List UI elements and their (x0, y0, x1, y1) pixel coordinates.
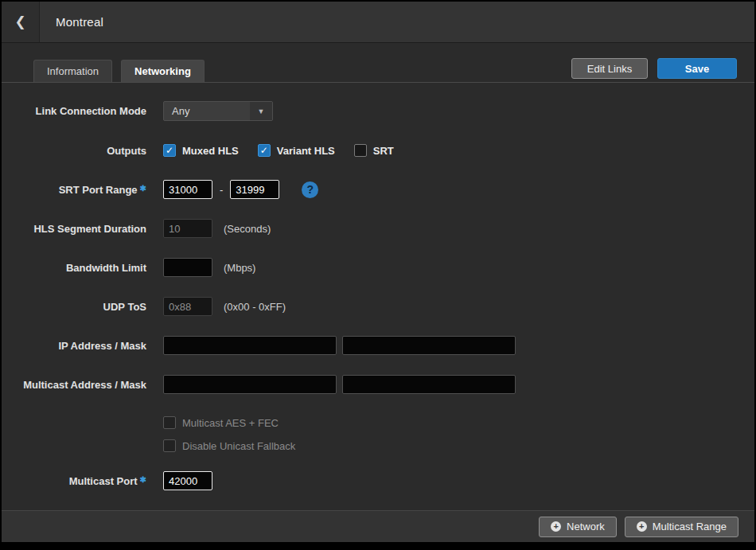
save-button[interactable]: Save (657, 58, 737, 79)
page-title: Montreal (40, 2, 103, 42)
checkbox-icon (163, 439, 176, 452)
udp-tos-unit: (0x00 - 0xFF) (224, 301, 286, 313)
tab-networking[interactable]: Networking (121, 60, 205, 82)
row-ip-address-mask: IP Address / Mask (2, 336, 754, 355)
checkbox-icon: ✓ (163, 144, 176, 157)
bandwidth-limit-label: Bandwidth Limit (2, 262, 146, 274)
checkbox-icon (163, 416, 176, 429)
srt-port-range-to-input[interactable] (230, 180, 279, 199)
checkbox-icon: ✓ (258, 144, 271, 157)
required-icon: ✱ (140, 184, 146, 193)
row-disable-unicast-fallback: Disable Unicast Fallback (2, 436, 754, 455)
ip-address-mask-label: IP Address / Mask (2, 340, 146, 352)
outputs-label: Outputs (2, 145, 146, 157)
plus-icon: + (551, 521, 561, 532)
srt-port-range-label: SRT Port Range✱ (2, 184, 146, 196)
hls-segment-duration-unit: (Seconds) (224, 223, 271, 235)
checkbox-muxed-hls-label: Muxed HLS (182, 145, 239, 157)
tab-information[interactable]: Information (33, 60, 112, 82)
add-multicast-range-button[interactable]: + Multicast Range (625, 517, 738, 537)
row-multicast-aes-fec: Multicast AES + FEC (2, 414, 754, 431)
plus-icon: + (637, 521, 647, 532)
hls-segment-duration-input[interactable] (163, 219, 212, 238)
add-network-label: Network (567, 521, 605, 532)
range-separator: - (220, 184, 223, 196)
back-button[interactable]: ❮ (2, 2, 40, 42)
row-srt-port-range: SRT Port Range✱ - ? (2, 180, 754, 199)
checkbox-multicast-aes-fec[interactable]: Multicast AES + FEC (163, 416, 279, 429)
app-window: ❮ Montreal Information Networking Edit L… (2, 2, 754, 542)
link-connection-mode-value: Any (164, 105, 250, 117)
checkbox-variant-hls-label: Variant HLS (277, 145, 335, 157)
hls-segment-duration-label: HLS Segment Duration (2, 223, 146, 235)
ip-mask-input[interactable] (342, 336, 516, 355)
checkbox-disable-unicast-fallback-label: Disable Unicast Fallback (182, 440, 295, 452)
udp-tos-label: UDP ToS (2, 301, 146, 313)
ip-address-input[interactable] (163, 336, 337, 355)
edit-links-button[interactable]: Edit Links (571, 58, 648, 79)
multicast-address-input[interactable] (163, 375, 337, 394)
udp-tos-input[interactable] (163, 297, 212, 316)
chevron-down-icon: ▼ (250, 102, 272, 120)
checkbox-icon (354, 144, 367, 157)
networking-form: Link Connection Mode Any ▼ Outputs ✓ Mux… (2, 83, 754, 510)
required-icon: ✱ (140, 475, 146, 484)
help-icon[interactable]: ? (302, 181, 318, 198)
footer-bar: + Network + Multicast Range (2, 510, 754, 542)
checkbox-disable-unicast-fallback[interactable]: Disable Unicast Fallback (163, 439, 295, 452)
multicast-port-input[interactable] (163, 471, 212, 490)
header-bar: ❮ Montreal (2, 2, 754, 43)
row-outputs: Outputs ✓ Muxed HLS ✓ Variant HLS SRT (2, 141, 754, 160)
link-connection-mode-label: Link Connection Mode (2, 105, 146, 117)
add-multicast-range-label: Multicast Range (653, 521, 727, 532)
row-udp-tos: UDP ToS (0x00 - 0xFF) (2, 297, 754, 316)
srt-port-range-label-text: SRT Port Range (59, 184, 138, 196)
bandwidth-limit-input[interactable] (163, 258, 212, 277)
row-hls-segment-duration: HLS Segment Duration (Seconds) (2, 219, 754, 238)
checkbox-srt[interactable]: SRT (354, 144, 394, 157)
checkbox-muxed-hls[interactable]: ✓ Muxed HLS (163, 144, 239, 157)
row-multicast-port: Multicast Port✱ (2, 471, 754, 490)
add-network-button[interactable]: + Network (539, 517, 617, 537)
bandwidth-limit-unit: (Mbps) (224, 262, 255, 274)
multicast-address-mask-label: Multicast Address / Mask (2, 379, 146, 391)
row-link-connection-mode: Link Connection Mode Any ▼ (2, 101, 754, 121)
checkbox-variant-hls[interactable]: ✓ Variant HLS (258, 144, 335, 157)
chevron-left-icon: ❮ (14, 15, 25, 29)
multicast-mask-input[interactable] (342, 375, 516, 394)
row-multicast-address-mask: Multicast Address / Mask (2, 375, 754, 394)
checkbox-srt-label: SRT (373, 145, 394, 157)
link-connection-mode-select[interactable]: Any ▼ (163, 101, 273, 121)
multicast-port-label-text: Multicast Port (69, 475, 138, 487)
srt-port-range-from-input[interactable] (163, 180, 212, 199)
checkbox-multicast-aes-fec-label: Multicast AES + FEC (182, 417, 279, 429)
tab-networking-label: Networking (134, 65, 191, 77)
multicast-port-label: Multicast Port✱ (2, 475, 146, 487)
row-bandwidth-limit: Bandwidth Limit (Mbps) (2, 258, 754, 277)
tabs-row: Information Networking Edit Links Save (2, 60, 754, 83)
tab-information-label: Information (47, 65, 99, 77)
